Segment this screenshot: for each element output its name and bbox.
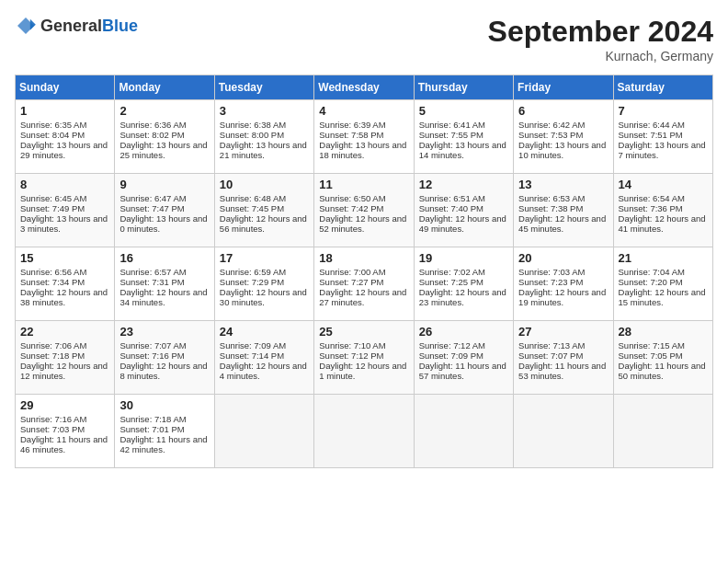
calendar-cell: 10 Sunrise: 6:48 AM Sunset: 7:45 PM Dayl… xyxy=(214,174,313,247)
sunrise-text: Sunrise: 7:06 AM xyxy=(20,340,86,350)
day-of-week-header: Monday xyxy=(115,75,214,100)
calendar-week-row: 29 Sunrise: 7:16 AM Sunset: 7:03 PM Dayl… xyxy=(16,395,713,468)
calendar-header-row: SundayMondayTuesdayWednesdayThursdayFrid… xyxy=(16,75,713,100)
calendar-cell: 24 Sunrise: 7:09 AM Sunset: 7:14 PM Dayl… xyxy=(214,321,313,395)
sunset-text: Sunset: 8:00 PM xyxy=(220,130,284,140)
calendar-body: 1 Sunrise: 6:35 AM Sunset: 8:04 PM Dayli… xyxy=(16,100,713,468)
sunrise-text: Sunrise: 6:53 AM xyxy=(518,193,585,203)
day-number: 18 xyxy=(319,251,408,265)
sunrise-text: Sunrise: 6:47 AM xyxy=(119,193,186,203)
day-number: 26 xyxy=(419,325,508,339)
calendar-cell: 14 Sunrise: 6:54 AM Sunset: 7:36 PM Dayl… xyxy=(613,174,712,247)
day-number: 17 xyxy=(220,251,309,265)
sunrise-text: Sunrise: 6:35 AM xyxy=(20,120,86,130)
calendar-cell: 15 Sunrise: 6:56 AM Sunset: 7:34 PM Dayl… xyxy=(16,247,115,321)
day-number: 7 xyxy=(619,104,708,118)
calendar-cell xyxy=(613,395,712,468)
sunset-text: Sunset: 7:49 PM xyxy=(20,203,85,213)
day-of-week-header: Friday xyxy=(514,75,613,100)
day-number: 20 xyxy=(518,251,608,265)
calendar-cell: 18 Sunrise: 7:00 AM Sunset: 7:27 PM Dayl… xyxy=(314,247,414,321)
calendar-cell: 5 Sunrise: 6:41 AM Sunset: 7:55 PM Dayli… xyxy=(414,100,513,174)
calendar-cell: 27 Sunrise: 7:13 AM Sunset: 7:07 PM Dayl… xyxy=(514,321,613,395)
daylight-text: Daylight: 12 hours and 38 minutes. xyxy=(20,287,108,307)
day-number: 4 xyxy=(319,104,408,118)
sunrise-text: Sunrise: 6:48 AM xyxy=(220,193,286,203)
sunset-text: Sunset: 7:20 PM xyxy=(619,277,683,287)
sunset-text: Sunset: 7:09 PM xyxy=(419,350,483,361)
calendar-cell: 13 Sunrise: 6:53 AM Sunset: 7:38 PM Dayl… xyxy=(514,174,613,247)
calendar-cell: 17 Sunrise: 6:59 AM Sunset: 7:29 PM Dayl… xyxy=(214,247,313,321)
day-of-week-header: Thursday xyxy=(414,75,513,100)
sunrise-text: Sunrise: 6:51 AM xyxy=(419,193,485,203)
calendar-table: SundayMondayTuesdayWednesdayThursdayFrid… xyxy=(15,75,713,468)
day-number: 16 xyxy=(119,251,209,265)
sunrise-text: Sunrise: 7:07 AM xyxy=(119,340,186,350)
calendar-cell: 11 Sunrise: 6:50 AM Sunset: 7:42 PM Dayl… xyxy=(314,174,414,247)
logo: GeneralBlue xyxy=(15,15,138,37)
day-of-week-header: Wednesday xyxy=(314,75,414,100)
sunset-text: Sunset: 7:01 PM xyxy=(119,424,184,434)
sunrise-text: Sunrise: 7:16 AM xyxy=(20,414,86,424)
day-number: 27 xyxy=(518,325,608,339)
daylight-text: Daylight: 12 hours and 27 minutes. xyxy=(319,287,406,307)
day-number: 14 xyxy=(619,178,708,191)
daylight-text: Daylight: 12 hours and 30 minutes. xyxy=(220,287,307,307)
title-block: September 2024 Kurnach, Germany xyxy=(488,15,713,63)
daylight-text: Daylight: 12 hours and 34 minutes. xyxy=(119,287,207,307)
daylight-text: Daylight: 11 hours and 53 minutes. xyxy=(518,361,606,381)
header: GeneralBlue September 2024 Kurnach, Germ… xyxy=(15,15,713,63)
sunrise-text: Sunrise: 6:39 AM xyxy=(319,120,385,130)
daylight-text: Daylight: 13 hours and 25 minutes. xyxy=(119,140,207,160)
sunset-text: Sunset: 8:02 PM xyxy=(119,130,184,140)
daylight-text: Daylight: 13 hours and 21 minutes. xyxy=(220,140,307,160)
calendar-cell: 28 Sunrise: 7:15 AM Sunset: 7:05 PM Dayl… xyxy=(613,321,712,395)
day-number: 13 xyxy=(518,178,608,191)
sunrise-text: Sunrise: 7:18 AM xyxy=(119,414,186,424)
daylight-text: Daylight: 13 hours and 18 minutes. xyxy=(319,140,406,160)
sunset-text: Sunset: 7:31 PM xyxy=(119,277,184,287)
sunset-text: Sunset: 7:34 PM xyxy=(20,277,85,287)
day-number: 9 xyxy=(119,178,209,191)
sunset-text: Sunset: 7:23 PM xyxy=(518,277,583,287)
daylight-text: Daylight: 13 hours and 7 minutes. xyxy=(619,140,706,160)
calendar-cell: 30 Sunrise: 7:18 AM Sunset: 7:01 PM Dayl… xyxy=(115,395,214,468)
calendar-cell: 23 Sunrise: 7:07 AM Sunset: 7:16 PM Dayl… xyxy=(115,321,214,395)
day-number: 2 xyxy=(119,104,209,118)
calendar-cell: 19 Sunrise: 7:02 AM Sunset: 7:25 PM Dayl… xyxy=(414,247,513,321)
daylight-text: Daylight: 13 hours and 3 minutes. xyxy=(20,213,108,234)
calendar-cell: 25 Sunrise: 7:10 AM Sunset: 7:12 PM Dayl… xyxy=(314,321,414,395)
day-number: 24 xyxy=(220,325,309,339)
sunrise-text: Sunrise: 7:02 AM xyxy=(419,267,485,277)
sunset-text: Sunset: 8:04 PM xyxy=(20,130,85,140)
sunrise-text: Sunrise: 6:41 AM xyxy=(419,120,485,130)
calendar-cell: 1 Sunrise: 6:35 AM Sunset: 8:04 PM Dayli… xyxy=(16,100,115,174)
location-subtitle: Kurnach, Germany xyxy=(488,49,713,63)
sunset-text: Sunset: 7:18 PM xyxy=(20,350,85,361)
calendar-cell: 2 Sunrise: 6:36 AM Sunset: 8:02 PM Dayli… xyxy=(115,100,214,174)
calendar-week-row: 22 Sunrise: 7:06 AM Sunset: 7:18 PM Dayl… xyxy=(16,321,713,395)
daylight-text: Daylight: 12 hours and 56 minutes. xyxy=(220,213,307,234)
daylight-text: Daylight: 12 hours and 49 minutes. xyxy=(419,213,506,234)
calendar-cell xyxy=(514,395,613,468)
day-number: 29 xyxy=(20,398,109,412)
sunrise-text: Sunrise: 6:59 AM xyxy=(220,267,286,277)
daylight-text: Daylight: 12 hours and 19 minutes. xyxy=(518,287,606,307)
sunset-text: Sunset: 7:25 PM xyxy=(419,277,483,287)
sunrise-text: Sunrise: 6:54 AM xyxy=(619,193,685,203)
calendar-cell xyxy=(414,395,513,468)
daylight-text: Daylight: 12 hours and 52 minutes. xyxy=(319,213,406,234)
sunrise-text: Sunrise: 7:04 AM xyxy=(619,267,685,277)
calendar-cell: 6 Sunrise: 6:42 AM Sunset: 7:53 PM Dayli… xyxy=(514,100,613,174)
sunrise-text: Sunrise: 7:09 AM xyxy=(220,340,286,350)
sunset-text: Sunset: 7:14 PM xyxy=(220,350,284,361)
sunset-text: Sunset: 7:51 PM xyxy=(619,130,683,140)
daylight-text: Daylight: 12 hours and 41 minutes. xyxy=(619,213,706,234)
calendar-cell xyxy=(314,395,414,468)
sunrise-text: Sunrise: 7:00 AM xyxy=(319,267,385,277)
sunset-text: Sunset: 7:55 PM xyxy=(419,130,483,140)
sunrise-text: Sunrise: 6:56 AM xyxy=(20,267,86,277)
sunrise-text: Sunrise: 6:57 AM xyxy=(119,267,186,277)
daylight-text: Daylight: 12 hours and 15 minutes. xyxy=(619,287,706,307)
sunset-text: Sunset: 7:27 PM xyxy=(319,277,383,287)
